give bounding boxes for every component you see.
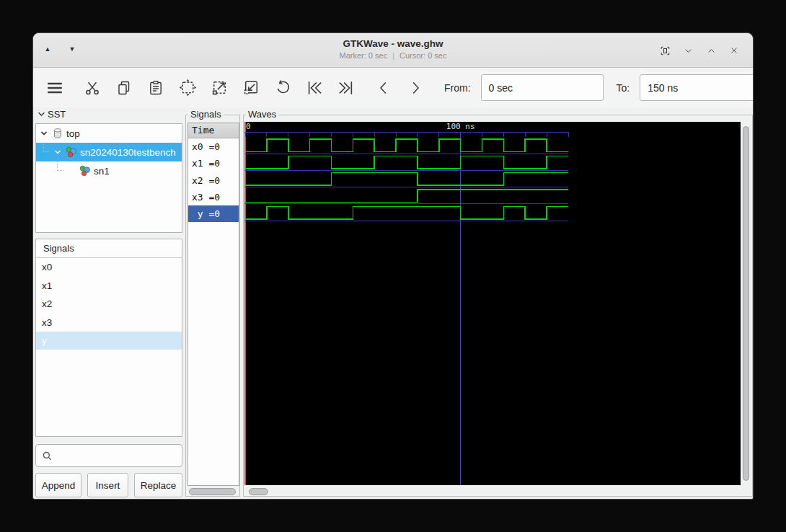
tree-item-label: sn1: [94, 166, 110, 177]
signal-browser: Signals x0x1x2x3y: [35, 239, 182, 437]
paste-button[interactable]: [143, 75, 169, 101]
time-header-button[interactable]: Time: [188, 123, 239, 138]
timeline-label: 100 ns: [446, 122, 475, 131]
signal-name-rows: x0 =0x1 =0x2 =0x3 =0 y =0: [188, 138, 239, 222]
expander-icon[interactable]: [39, 128, 49, 138]
timeline-label: 0: [246, 122, 251, 131]
from-label: From:: [444, 82, 471, 94]
waveform-x3: [245, 190, 568, 203]
signal-row-x1[interactable]: x1 =0: [188, 155, 239, 172]
cursor-status: Cursor: 0 sec: [399, 51, 446, 60]
wave-canvas[interactable]: 0100 ns: [244, 122, 741, 485]
list-item-y[interactable]: y: [36, 332, 182, 350]
to-end-button[interactable]: [333, 75, 359, 101]
append-button[interactable]: Append: [35, 473, 81, 497]
browser-buttons: AppendInsertReplace: [35, 473, 182, 497]
sst-header[interactable]: SST: [37, 109, 66, 120]
tree-item-label: top: [66, 128, 80, 139]
undo-icon: [274, 79, 292, 97]
list-item-x2[interactable]: x2: [36, 295, 182, 313]
zoom-out-icon: [242, 79, 260, 97]
from-input[interactable]: [481, 74, 604, 101]
signal-row-x3[interactable]: x3 =0: [188, 189, 239, 205]
search-icon: [42, 451, 53, 461]
chevron-up-icon: [706, 45, 717, 56]
waves-vscrollbar[interactable]: [743, 126, 749, 481]
zoom-in-button[interactable]: [206, 75, 232, 101]
paste-icon: [147, 79, 164, 97]
undo-button[interactable]: [270, 75, 296, 101]
zoom-fit-button[interactable]: [175, 75, 200, 101]
tree-item-sn1[interactable]: sn1: [36, 161, 182, 180]
list-item-x1[interactable]: x1: [36, 277, 182, 295]
signal-row-y[interactable]: y =0: [188, 205, 239, 222]
title-bar: ▲ ▼ GTKWave - wave.ghw Marker: 0 sec|Cur…: [33, 33, 753, 68]
waveform-y: [245, 206, 568, 219]
step-right-icon: [407, 79, 424, 97]
chevron-down-icon: [37, 110, 45, 118]
entity-icon: [78, 165, 92, 177]
cut-icon: [84, 79, 101, 97]
step-left-icon: [375, 79, 392, 97]
marker-status: Marker: 0 sec: [340, 51, 388, 60]
waves-hscrollbar[interactable]: [249, 488, 268, 495]
signals-frame-label: Signals: [188, 109, 224, 120]
module-icon: [50, 128, 64, 139]
roll-down-button[interactable]: [679, 42, 697, 59]
toolbar: From: To:: [33, 68, 753, 107]
copy-button[interactable]: [111, 75, 137, 101]
menu-button[interactable]: [40, 75, 69, 101]
copy-icon: [115, 79, 133, 97]
list-item-x3[interactable]: x3: [36, 314, 182, 332]
signal-browser-title: Signals: [36, 239, 182, 258]
zoom-fit-icon: [179, 79, 197, 97]
tree-item-label: sn20240130testbench: [80, 147, 176, 158]
waveform-x2: [245, 173, 568, 186]
insert-button[interactable]: Insert: [87, 473, 128, 497]
names-hscrollbar[interactable]: [189, 488, 236, 495]
zoom-in-icon: [211, 79, 229, 97]
to-start-button[interactable]: [301, 75, 327, 101]
waves-frame-label: Waves: [246, 109, 278, 120]
to-start-icon: [305, 79, 324, 97]
gtkwave-window: ▲ ▼ GTKWave - wave.ghw Marker: 0 sec|Cur…: [32, 32, 754, 500]
to-label: To:: [617, 82, 630, 94]
signal-names-panel: Time x0 =0x1 =0x2 =0x3 =0 y =0: [187, 123, 239, 486]
menu-icon: [44, 79, 66, 97]
roll-up-button[interactable]: [702, 42, 720, 59]
tree-connector: [43, 143, 50, 152]
zoom-out-button[interactable]: [238, 75, 264, 101]
tree-item-top[interactable]: top: [36, 124, 182, 143]
maximize-icon: [659, 45, 671, 57]
close-icon: [729, 45, 739, 56]
to-end-icon: [337, 79, 356, 97]
expander-icon[interactable]: [53, 147, 63, 157]
tree-item-sn20240130testbench[interactable]: sn20240130testbench: [36, 143, 182, 161]
waveform-x0: [245, 139, 568, 152]
waveform-x1: [245, 156, 568, 169]
cut-button[interactable]: [79, 75, 105, 101]
to-input[interactable]: [640, 74, 754, 101]
status-separator: |: [392, 51, 394, 60]
sst-label: SST: [48, 109, 66, 120]
step-left-button[interactable]: [371, 75, 397, 101]
replace-button[interactable]: Replace: [134, 473, 182, 497]
sst-tree: topsn20240130testbenchsn1: [35, 123, 182, 233]
signal-row-x2[interactable]: x2 =0: [188, 172, 239, 189]
step-right-button[interactable]: [402, 75, 428, 101]
search-box: [35, 444, 182, 467]
signal-browser-list: x0x1x2x3y: [36, 258, 182, 350]
search-input[interactable]: [57, 450, 187, 462]
signal-row-x0[interactable]: x0 =0: [188, 138, 239, 155]
close-button[interactable]: [725, 42, 743, 59]
chevron-down-icon: [683, 45, 694, 56]
tree-connector: [57, 161, 63, 171]
maximize-button[interactable]: [656, 42, 674, 59]
status-line: Marker: 0 sec|Cursor: 0 sec: [33, 50, 753, 61]
list-item-x0[interactable]: x0: [36, 258, 182, 276]
entity-icon: [64, 146, 78, 158]
window-title: GTKWave - wave.ghw: [33, 37, 753, 50]
